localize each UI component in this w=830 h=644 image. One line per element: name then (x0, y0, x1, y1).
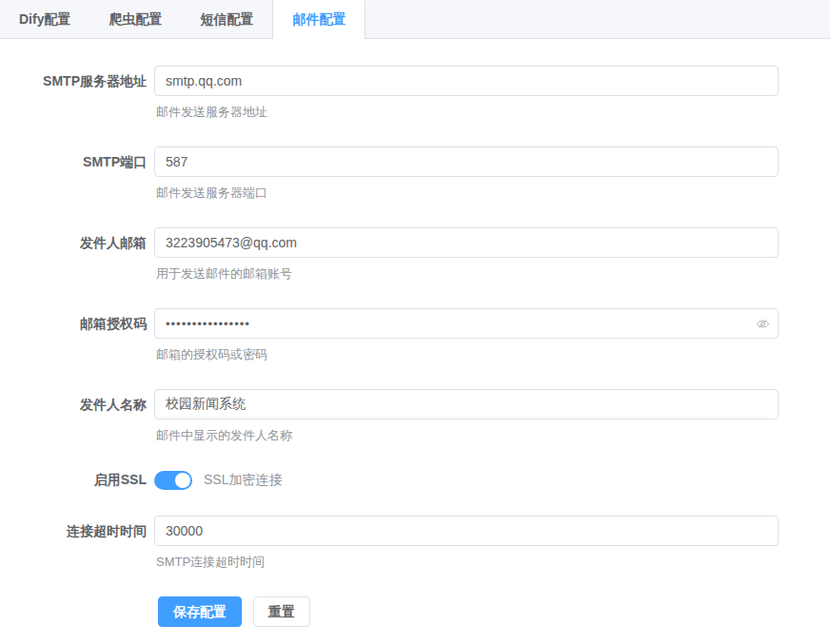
save-config-button[interactable]: 保存配置 (158, 596, 242, 627)
field-help: 用于发送邮件的邮箱账号 (154, 265, 779, 283)
form-row: SMTP端口 邮件发送服务器端口 (4, 146, 830, 202)
field-help: 邮件中显示的发件人名称 (154, 427, 779, 444)
text-input[interactable] (154, 308, 779, 339)
text-input[interactable] (154, 516, 779, 546)
field-label: 发件人邮箱 (4, 227, 147, 258)
toggle-knob (175, 473, 190, 488)
ssl-caption: SSL加密连接 (204, 472, 282, 489)
tab-4[interactable]: 邮件配置 (272, 0, 366, 39)
button-row: 保存配置 重置 (158, 596, 830, 627)
tab-label: 短信配置 (200, 11, 253, 27)
tab-bar: Dify配置爬虫配置短信配置邮件配置 (0, 0, 830, 39)
field-label: SMTP服务器地址 (4, 66, 147, 96)
tab-3[interactable]: 短信配置 (181, 0, 272, 39)
text-input[interactable] (154, 227, 779, 258)
tab-label: 邮件配置 (292, 11, 346, 27)
field-label: 连接超时时间 (4, 516, 147, 546)
tab-1[interactable]: Dify配置 (0, 0, 89, 39)
form-row: 发件人邮箱 用于发送邮件的邮箱账号 (4, 227, 830, 283)
text-input[interactable] (154, 389, 779, 420)
form-row: 连接超时时间 SMTP连接超时时间 (4, 516, 830, 571)
field-help: 邮件发送服务器端口 (154, 185, 779, 202)
ssl-row: 启用SSL SSL加密连接 (4, 470, 830, 490)
field-label: 启用SSL (4, 470, 147, 490)
field-label: SMTP端口 (4, 146, 147, 177)
form-row: SMTP服务器地址 邮件发送服务器地址 (4, 66, 830, 121)
form-row: 邮箱授权码 邮箱的授权码或密码 (4, 308, 830, 363)
form-rows: SMTP服务器地址 邮件发送服务器地址 SMTP端口 邮件发送服务器端口 发件人… (4, 66, 830, 571)
tab-label: 爬虫配置 (109, 11, 162, 27)
text-input[interactable] (154, 66, 779, 96)
text-input[interactable] (154, 146, 779, 177)
field-label: 发件人名称 (4, 389, 147, 420)
field-help: 邮件发送服务器地址 (154, 104, 779, 121)
field-help: 邮箱的授权码或密码 (154, 346, 779, 363)
email-config-form: SMTP服务器地址 邮件发送服务器地址 SMTP端口 邮件发送服务器端口 发件人… (0, 39, 830, 627)
tab-2[interactable]: 爬虫配置 (89, 0, 181, 39)
eye-hidden-icon[interactable] (755, 316, 770, 331)
field-label: 邮箱授权码 (4, 308, 147, 339)
field-help: SMTP连接超时时间 (154, 554, 779, 571)
tab-label: Dify配置 (19, 11, 70, 27)
form-row: 发件人名称 邮件中显示的发件人名称 (4, 389, 830, 444)
ssl-toggle[interactable] (154, 471, 192, 490)
reset-button[interactable]: 重置 (253, 596, 310, 627)
